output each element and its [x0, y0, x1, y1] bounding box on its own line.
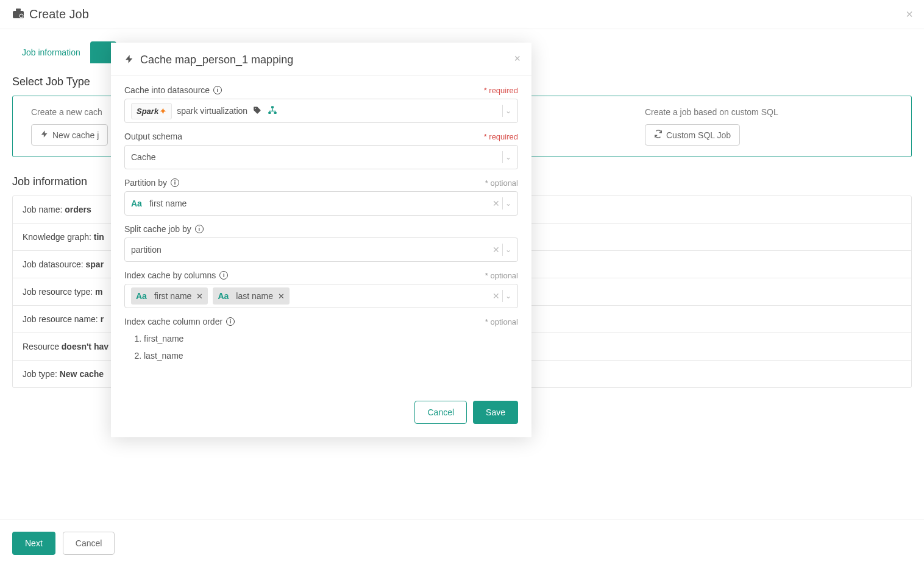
modal-body: Cache into datasource i * required Spark… [111, 76, 531, 382]
chip-first-name: Aa first name ✕ [131, 287, 208, 305]
field-split-by: Split cache job by i partition ✕ ⌄ [124, 224, 518, 262]
partition-select[interactable]: Aa first name ✕ ⌄ [124, 191, 518, 216]
field-label: Partition by i [124, 178, 179, 188]
field-label: Cache into datasource i [124, 85, 222, 95]
chip-label: last name [236, 291, 273, 301]
chip-last-name: Aa last name ✕ [213, 287, 290, 305]
custom-sql-job-button[interactable]: Custom SQL Job [645, 124, 740, 146]
required-hint: * required [484, 86, 518, 95]
job-type-right-desc: Create a job based on custom SQL [645, 107, 893, 117]
network-icon [267, 105, 278, 117]
new-cache-job-label: New cache j [52, 130, 99, 140]
cancel-button[interactable]: Cancel [63, 532, 115, 555]
bolt-icon [124, 54, 134, 66]
info-icon[interactable]: i [195, 225, 204, 233]
close-icon[interactable]: × [906, 7, 913, 21]
toolbox-icon [12, 8, 24, 21]
order-item[interactable]: first_name [144, 330, 518, 347]
modal-title: Cache map_person_1 mapping [140, 54, 293, 66]
optional-hint: * optional [485, 271, 518, 280]
svg-rect-1 [16, 9, 21, 11]
chip-remove-icon[interactable]: ✕ [278, 292, 285, 301]
modal-cancel-button[interactable]: Cancel [414, 401, 467, 424]
field-cache-datasource: Cache into datasource i * required Spark… [124, 85, 518, 123]
svg-rect-5 [274, 111, 277, 113]
field-label: Index cache by columns i [124, 270, 228, 280]
field-output-schema: Output schema * required Cache ⌄ [124, 132, 518, 169]
tab-job-information[interactable]: Job information [12, 41, 90, 63]
next-button[interactable]: Next [12, 532, 55, 555]
info-icon[interactable]: i [226, 317, 235, 326]
optional-hint: * optional [485, 178, 518, 188]
page-footer: Next Cancel [0, 519, 924, 567]
field-index-columns: Index cache by columns i * optional Aa f… [124, 270, 518, 308]
chevron-down-icon[interactable]: ⌄ [505, 245, 511, 254]
svg-rect-3 [271, 106, 274, 108]
bolt-icon [40, 130, 49, 140]
modal-close-icon[interactable]: × [514, 52, 521, 65]
schema-value: Cache [131, 152, 155, 162]
chevron-down-icon[interactable]: ⌄ [505, 107, 511, 115]
modal-footer: Cancel Save [111, 401, 531, 437]
column-order-list: first_name last_name [124, 330, 518, 364]
info-icon[interactable]: i [213, 86, 222, 94]
field-label: Index cache column order i [124, 317, 235, 326]
order-item[interactable]: last_name [144, 347, 518, 364]
optional-hint: * optional [485, 317, 518, 326]
clear-icon[interactable]: ✕ [492, 199, 500, 208]
chip-remove-icon[interactable]: ✕ [196, 292, 203, 301]
field-label: Output schema [124, 132, 182, 141]
datasource-value: spark virtualization [177, 106, 247, 116]
field-partition-by: Partition by i * optional Aa first name … [124, 178, 518, 216]
datasource-select[interactable]: Spark✦ spark virtualization ⌄ [124, 99, 518, 123]
required-hint: * required [484, 132, 518, 141]
field-label: Split cache job by i [124, 224, 204, 234]
page-title: Create Job [29, 7, 89, 21]
page-header: Create Job × [0, 0, 924, 29]
svg-point-2 [20, 14, 23, 18]
text-type-icon: Aa [131, 199, 142, 208]
text-type-icon: Aa [136, 291, 147, 301]
schema-select[interactable]: Cache ⌄ [124, 145, 518, 169]
refresh-icon [654, 130, 663, 140]
cache-mapping-modal: Cache map_person_1 mapping × Cache into … [111, 43, 531, 437]
new-cache-job-button[interactable]: New cache j [31, 124, 108, 146]
text-type-icon: Aa [218, 291, 229, 301]
info-icon[interactable]: i [219, 271, 228, 280]
split-value: partition [131, 245, 162, 255]
custom-sql-job-label: Custom SQL Job [666, 130, 731, 140]
field-column-order: Index cache column order i * optional fi… [124, 317, 518, 364]
modal-save-button[interactable]: Save [473, 401, 518, 424]
chevron-down-icon[interactable]: ⌄ [505, 292, 511, 300]
spark-logo: Spark✦ [131, 103, 172, 119]
split-select[interactable]: partition ✕ ⌄ [124, 238, 518, 262]
chevron-down-icon[interactable]: ⌄ [505, 199, 511, 208]
info-icon[interactable]: i [171, 178, 179, 187]
chevron-down-icon[interactable]: ⌄ [505, 153, 511, 161]
tag-icon [252, 106, 262, 116]
modal-header: Cache map_person_1 mapping × [111, 43, 531, 76]
chip-label: first name [154, 291, 191, 301]
clear-icon[interactable]: ✕ [492, 245, 500, 255]
partition-value: first name [149, 199, 187, 208]
index-columns-select[interactable]: Aa first name ✕ Aa last name ✕ ✕ ⌄ [124, 284, 518, 308]
clear-icon[interactable]: ✕ [492, 291, 500, 301]
svg-rect-4 [268, 111, 271, 113]
